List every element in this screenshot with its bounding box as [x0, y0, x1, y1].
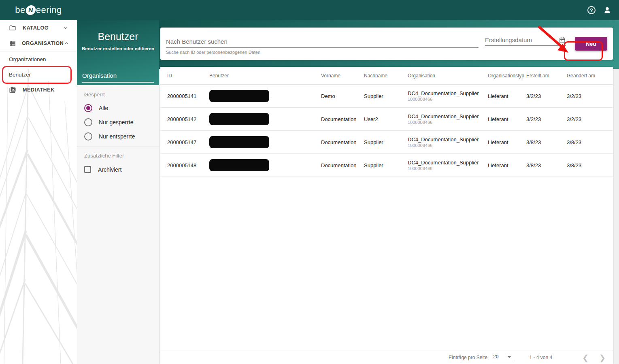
table-header-row: ID Benutzer Vorname Nachname Organisatio…	[160, 67, 613, 85]
building-icon	[9, 39, 16, 47]
logo-n-icon: N	[25, 5, 36, 15]
cell-organisation: DC4_Documentation_Supplier 1000008466	[402, 113, 482, 125]
cell-erstellt-am: 3/2/23	[521, 116, 561, 122]
cell-geaendert-am: 3/2/23	[561, 93, 613, 99]
chevron-down-icon	[63, 26, 68, 30]
cell-erstellt-am: 3/8/23	[521, 139, 561, 145]
filter-panel: Benutzer Benutzer erstellen oder editier…	[77, 20, 159, 364]
page-size-label: Einträge pro Seite	[449, 355, 487, 360]
cell-geaendert-am: 3/8/23	[561, 139, 613, 145]
cell-nachname: Supplier	[358, 93, 402, 99]
help-icon[interactable]: ?	[587, 6, 596, 14]
logo-prefix: be	[15, 5, 25, 15]
folder-icon	[9, 24, 17, 32]
radio-alle[interactable]: Alle	[84, 104, 152, 112]
col-organisation: Organisation	[402, 73, 482, 79]
table-paginator: Einträge pro Seite 20 1 - 4 von 4 ❮ ❯	[160, 351, 613, 364]
redacted-username	[209, 159, 269, 171]
cell-erstellt-am: 3/2/23	[521, 93, 561, 99]
table-row[interactable]: 2000005141 Demo Supplier DC4_Documentati…	[160, 85, 613, 108]
cell-nachname: Supplier	[358, 162, 402, 168]
checkbox-icon	[84, 166, 91, 173]
prev-page-icon[interactable]: ❮	[582, 354, 589, 362]
cell-organisationstyp: Lieferant	[482, 162, 521, 168]
cell-organisation: DC4_Documentation_Supplier 1000008466	[402, 136, 482, 148]
table-row[interactable]: 2000005142 Documentation User2 DC4_Docum…	[160, 108, 613, 131]
sidebar-item-benutzer[interactable]: Benutzer	[0, 67, 77, 82]
table-row[interactable]: 2000005147 Documentation Supplier DC4_Do…	[160, 131, 613, 154]
cell-id: 2000005141	[160, 93, 204, 99]
cell-nachname: User2	[358, 116, 402, 122]
radio-icon	[84, 132, 92, 140]
cell-organisationstyp: Lieferant	[482, 93, 521, 99]
next-page-icon[interactable]: ❯	[599, 354, 606, 362]
radio-nur-gesperrte[interactable]: Nur gesperrte	[84, 118, 152, 126]
media-icon	[9, 86, 17, 94]
cell-geaendert-am: 3/8/23	[561, 162, 613, 168]
col-organisationstyp: Organisationstyp	[482, 73, 521, 79]
table-body: 2000005141 Demo Supplier DC4_Documentati…	[160, 85, 613, 177]
cell-organisationstyp: Lieferant	[482, 116, 521, 122]
tab-organisation[interactable]: Organisation	[82, 72, 154, 83]
gesperrt-group-label: Gesperrt	[84, 92, 152, 98]
calendar-icon[interactable]	[559, 36, 566, 44]
col-nachname: Nachname	[358, 73, 402, 79]
cell-id: 2000005148	[160, 162, 204, 168]
sidebar-item-katalog[interactable]: KATALOG	[0, 20, 77, 36]
search-input[interactable]	[166, 37, 479, 48]
search-toolbar-card: Suche nach ID oder personenbezogenen Dat…	[160, 28, 613, 60]
cell-benutzer	[204, 113, 315, 125]
sidebar-item-organizationen[interactable]: Organizationen	[0, 51, 77, 67]
cell-organisation: DC4_Documentation_Supplier 1000008466	[402, 160, 482, 171]
radio-icon	[84, 118, 92, 126]
app-logo[interactable]: beNeering	[0, 5, 77, 15]
creation-date-field	[485, 36, 566, 46]
main-sidebar: KATALOG ORGANISATION Organizationen B	[0, 20, 77, 364]
cell-vorname: Demo	[315, 93, 358, 99]
account-icon[interactable]	[603, 6, 612, 15]
col-erstellt-am: Erstellt am	[521, 73, 561, 79]
search-hint: Suche nach ID oder personenbezogenen Dat…	[166, 50, 479, 55]
new-user-button[interactable]: Neu	[575, 37, 607, 51]
creation-date-input[interactable]	[485, 36, 559, 43]
cell-geaendert-am: 3/2/23	[561, 116, 613, 122]
page-size-select[interactable]: 20	[492, 354, 513, 361]
filter-panel-body: Gesperrt Alle Nur gesperrte Nur entsperr…	[77, 85, 159, 364]
chevron-up-icon	[64, 41, 69, 46]
filter-panel-header: Benutzer Benutzer erstellen oder editier…	[77, 20, 159, 85]
cell-vorname: Documentation	[315, 162, 358, 168]
cell-vorname: Documentation	[315, 139, 358, 145]
checkbox-archiviert[interactable]: Archiviert	[84, 166, 152, 173]
col-vorname: Vorname	[315, 73, 358, 79]
table-row[interactable]: 2000005148 Documentation Supplier DC4_Do…	[160, 154, 613, 177]
redacted-username	[209, 113, 269, 125]
sidebar-item-mediathek[interactable]: MEDIATHEK	[0, 82, 77, 98]
cell-benutzer	[204, 136, 315, 148]
extra-filter-label: Zusätzliche Filter	[84, 153, 152, 159]
cell-vorname: Documentation	[315, 116, 358, 122]
cell-benutzer	[204, 159, 315, 171]
col-id: ID	[160, 73, 204, 79]
main-content: Suche nach ID oder personenbezogenen Dat…	[159, 20, 619, 364]
logo-suffix: eering	[36, 5, 62, 15]
search-field: Suche nach ID oder personenbezogenen Dat…	[166, 33, 479, 55]
radio-icon	[84, 104, 92, 112]
users-table-card: ID Benutzer Vorname Nachname Organisatio…	[160, 67, 613, 364]
filter-divider	[77, 147, 159, 147]
cell-benutzer	[204, 90, 315, 102]
cell-id: 2000005147	[160, 139, 204, 145]
cell-organisation: DC4_Documentation_Supplier 1000008466	[402, 90, 482, 102]
cell-nachname: Supplier	[358, 139, 402, 145]
page-title: Benutzer	[77, 31, 159, 43]
sidebar-item-organisation[interactable]: ORGANISATION	[0, 36, 77, 51]
col-geaendert-am: Geändert am	[561, 73, 613, 79]
cell-erstellt-am: 3/8/23	[521, 162, 561, 168]
redacted-username	[209, 136, 269, 148]
cell-organisationstyp: Lieferant	[482, 139, 521, 145]
caret-down-icon	[507, 356, 511, 358]
cell-id: 2000005142	[160, 116, 204, 122]
redacted-username	[209, 90, 269, 102]
radio-nur-entsperrte[interactable]: Nur entsperrte	[84, 132, 152, 140]
page-range: 1 - 4 von 4	[529, 355, 552, 360]
page-subtitle: Benutzer erstellen oder editieren	[77, 46, 159, 51]
